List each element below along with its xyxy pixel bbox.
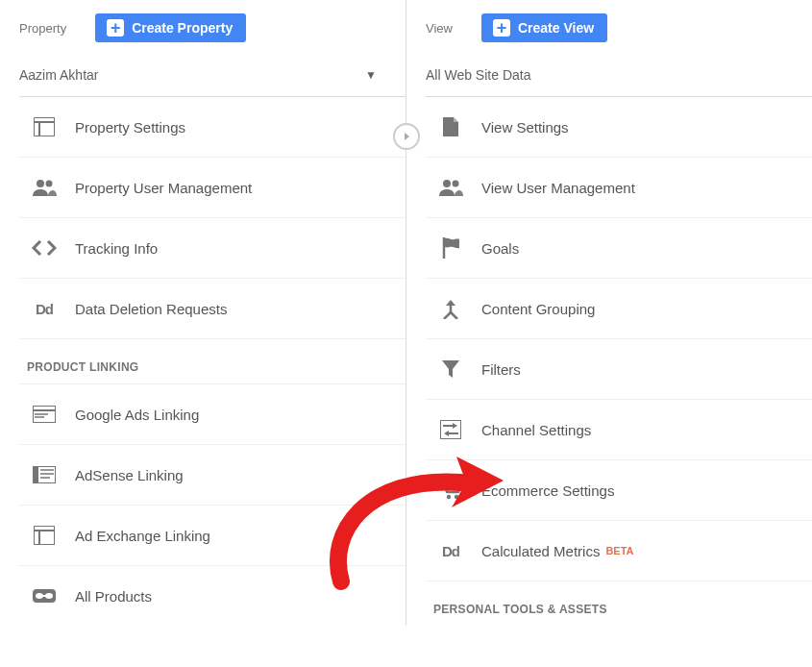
svg-rect-10	[33, 466, 38, 483]
property-header-label: Property	[19, 21, 66, 36]
item-label: Goals	[481, 240, 519, 257]
ecommerce-settings-item[interactable]: Ecommerce Settings	[426, 460, 812, 521]
personal-tools-section: PERSONAL TOOLS & ASSETS	[426, 581, 812, 626]
svg-point-21	[443, 180, 451, 187]
property-settings-item[interactable]: Property Settings	[19, 97, 406, 158]
users-icon	[31, 177, 58, 198]
tracking-info-item[interactable]: Tracking Info	[19, 218, 406, 279]
svg-line-26	[451, 312, 457, 319]
svg-point-30	[447, 495, 451, 499]
view-settings-item[interactable]: View Settings	[426, 97, 812, 158]
adsense-linking-item[interactable]: AdSense Linking	[19, 445, 406, 506]
expand-handle[interactable]	[393, 123, 420, 150]
property-selector[interactable]: Aazim Akhtar ▼	[19, 58, 406, 97]
property-column: Property + Create Property Aazim Akhtar …	[0, 0, 406, 626]
code-icon	[31, 237, 58, 259]
plus-icon: +	[493, 19, 510, 37]
item-label: Ad Exchange Linking	[75, 528, 210, 544]
users-icon	[437, 177, 464, 198]
svg-line-25	[444, 312, 451, 319]
view-header-label: View	[426, 21, 453, 36]
item-label: Property Settings	[75, 119, 185, 136]
svg-point-3	[37, 180, 44, 187]
create-view-button[interactable]: + Create View	[481, 13, 607, 42]
property-selector-value: Aazim Akhtar	[19, 67, 98, 83]
svg-point-22	[453, 181, 459, 187]
item-label: All Products	[75, 588, 152, 605]
item-label: Google Ads Linking	[75, 407, 199, 423]
adsense-icon	[31, 464, 58, 485]
svg-rect-0	[34, 117, 55, 136]
channel-settings-item[interactable]: Channel Settings	[426, 400, 812, 460]
dd-icon: Dd	[31, 298, 58, 319]
beta-badge: BETA	[605, 545, 633, 556]
create-property-button[interactable]: + Create Property	[95, 13, 246, 42]
ad-exchange-linking-item[interactable]: Ad Exchange Linking	[19, 506, 406, 566]
chevron-down-icon: ▼	[365, 68, 377, 82]
content-grouping-item[interactable]: Content Grouping	[426, 279, 812, 339]
goals-item[interactable]: Goals	[426, 218, 812, 279]
item-label: AdSense Linking	[75, 467, 184, 483]
all-products-item[interactable]: All Products	[19, 566, 406, 626]
item-label: Filters	[481, 361, 521, 378]
layout-icon	[31, 116, 58, 137]
svg-point-31	[455, 495, 458, 499]
product-linking-section: PRODUCT LINKING	[19, 339, 406, 384]
cart-icon	[437, 480, 464, 501]
calculated-metrics-item[interactable]: Dd Calculated Metrics BETA	[426, 521, 812, 581]
item-label: Data Deletion Requests	[75, 301, 227, 317]
flag-icon	[437, 237, 464, 259]
item-label: Calculated Metrics	[481, 543, 600, 559]
page-icon	[437, 116, 464, 137]
property-user-management-item[interactable]: Property User Management	[19, 158, 406, 218]
item-label: Tracking Info	[75, 240, 158, 257]
item-label: View User Management	[481, 180, 635, 196]
item-label: Property User Management	[75, 180, 252, 196]
view-selector-value: All Web Site Data	[426, 67, 530, 83]
view-user-management-item[interactable]: View User Management	[426, 158, 812, 218]
plus-icon: +	[107, 19, 124, 37]
data-deletion-item[interactable]: Dd Data Deletion Requests	[19, 279, 406, 339]
google-ads-linking-item[interactable]: Google Ads Linking	[19, 384, 406, 445]
item-label: Content Grouping	[481, 301, 595, 317]
svg-rect-20	[39, 595, 49, 597]
create-property-label: Create Property	[132, 20, 233, 36]
filter-icon	[437, 358, 464, 380]
exchange-icon	[31, 525, 58, 546]
view-selector[interactable]: All Web Site Data	[426, 58, 812, 97]
svg-rect-27	[440, 420, 461, 439]
svg-point-4	[46, 181, 53, 187]
item-label: Ecommerce Settings	[481, 482, 614, 499]
ads-icon	[31, 404, 58, 425]
item-label: Channel Settings	[481, 422, 591, 438]
filters-item[interactable]: Filters	[426, 339, 812, 400]
view-column: View + Create View All Web Site Data Vie…	[406, 0, 812, 626]
dd-icon: Dd	[437, 540, 464, 561]
svg-rect-14	[34, 526, 55, 545]
channel-icon	[437, 419, 464, 440]
link-icon	[31, 585, 58, 606]
merge-icon	[437, 298, 464, 319]
create-view-label: Create View	[518, 20, 594, 36]
item-label: View Settings	[481, 119, 569, 136]
